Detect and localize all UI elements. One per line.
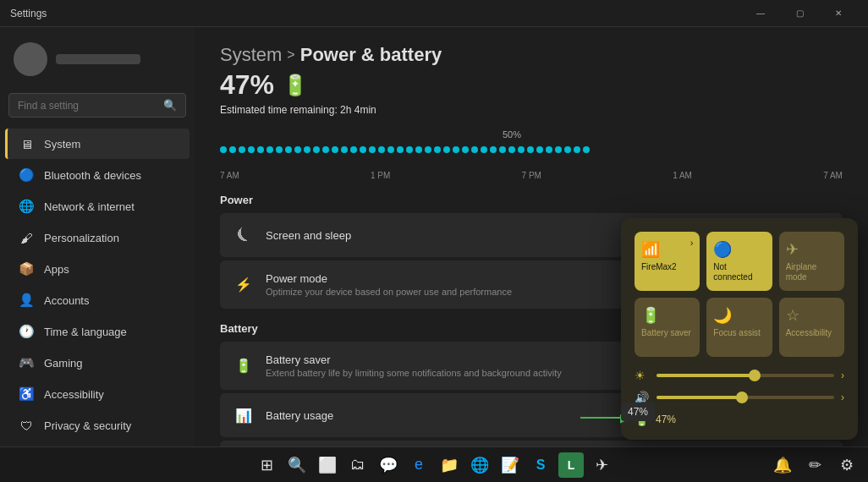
close-button[interactable]: ✕: [819, 0, 858, 27]
estimated-time: Estimated time remaining: 2h 4min: [220, 104, 843, 116]
nav-label-network: Network & internet: [44, 200, 135, 213]
nav-label-accounts: Accounts: [44, 294, 89, 307]
file-explorer[interactable]: 📁: [437, 452, 462, 478]
chart-dot: [453, 146, 459, 153]
chart-dot: [462, 146, 469, 153]
settings-item-icon-battery-saver: 🔋: [233, 356, 254, 376]
nav-icon-accounts: 👤: [19, 293, 34, 308]
sidebar-item-accounts[interactable]: 👤 Accounts: [5, 285, 190, 315]
nav-label-bluetooth: Bluetooth & devices: [44, 169, 141, 182]
qs-tile-label-focus: Focus assist: [713, 328, 761, 338]
chart-dot: [499, 146, 506, 153]
nav-icon-network: 🌐: [19, 199, 34, 214]
sidebar-item-accessibility[interactable]: ♿ Accessibility: [5, 379, 190, 409]
qs-slider-fill-brightness: [656, 374, 755, 377]
sidebar-item-apps[interactable]: 📦 Apps: [5, 254, 190, 284]
qs-arrow-wifi: ›: [690, 238, 693, 248]
search-input[interactable]: [18, 100, 157, 112]
chart-time-label: 1 PM: [371, 171, 390, 180]
qs-tile-airplane[interactable]: ✈ Airplane mode: [779, 232, 844, 291]
nav-label-privacy: Privacy & security: [44, 419, 131, 432]
chart-dot: [490, 146, 497, 153]
titlebar-title: Settings: [10, 8, 47, 19]
chart-dot: [304, 146, 310, 153]
sidebar-item-network[interactable]: 🌐 Network & internet: [5, 191, 190, 222]
qs-tile-bluetooth[interactable]: 🔵 Not connected: [706, 232, 772, 291]
start-button[interactable]: ⊞: [254, 452, 279, 478]
estimated-label: Estimated time remaining:: [220, 104, 338, 116]
edge[interactable]: e: [406, 452, 431, 478]
minimize-button[interactable]: —: [741, 0, 780, 27]
maximize-button[interactable]: ▢: [780, 0, 819, 27]
qs-tile-battery-saver[interactable]: 🔋 Battery saver: [635, 298, 700, 357]
qs-tile-focus[interactable]: 🌙 Focus assist: [706, 298, 772, 357]
chart-dot: [508, 146, 515, 153]
chart-dot: [536, 146, 543, 153]
chart-dot: [266, 146, 273, 153]
qs-tile-label-bluetooth: Not connected: [713, 262, 765, 282]
qs-tile-icon-focus: 🌙: [713, 306, 732, 325]
chart-dot: [583, 146, 590, 153]
breadcrumb-sep: >: [287, 47, 294, 63]
sidebar-item-bluetooth[interactable]: 🔵 Bluetooth & devices: [5, 160, 190, 190]
qs-slider-arrow-volume: ›: [841, 392, 844, 403]
qs-slider-arrow-brightness: ›: [841, 370, 844, 381]
qs-tile-icon-airplane: ✈: [786, 240, 799, 259]
chart-dot: [248, 146, 255, 153]
gear-icon[interactable]: ⚙: [834, 452, 860, 478]
breadcrumb-parent: System: [220, 44, 282, 66]
nav-icon-privacy: 🛡: [19, 418, 34, 433]
browser[interactable]: 🌐: [467, 452, 492, 478]
chart-dot: [332, 146, 338, 153]
taskbar-right: 🔔 ✏ ⚙: [770, 452, 860, 478]
skype[interactable]: S: [528, 452, 553, 478]
qs-slider-brightness[interactable]: [656, 374, 834, 377]
sidebar-item-privacy[interactable]: 🛡 Privacy & security: [5, 410, 190, 441]
estimated-value: 2h 4min: [340, 104, 376, 116]
taskbar: ⊞ 🔍 ⬜ 🗂 💬 e 📁 🌐 📝 S L ✈ 🔔 ✏ ⚙: [0, 446, 868, 482]
chart-time-label: 1 AM: [673, 171, 692, 180]
sidebar-item-personalization[interactable]: 🖌 Personalization: [5, 222, 190, 253]
chart-dot: [443, 146, 450, 153]
battery-status-row: 🔋 47%: [635, 413, 844, 426]
qs-tile-label-airplane: Airplane mode: [786, 262, 838, 282]
qs-slider-thumb-volume[interactable]: [736, 392, 748, 403]
qs-tile-label-accessibility: Accessibility: [786, 328, 832, 338]
chart-dot: [387, 146, 394, 153]
nav-icon-bluetooth: 🔵: [19, 167, 34, 183]
settings-item-title: Battery saver: [266, 353, 562, 366]
chart-dot: [341, 146, 348, 153]
quick-settings-sliders: ☀ › 🔊 ›: [635, 369, 844, 404]
sidebar-item-system[interactable]: 🖥 System: [5, 129, 190, 159]
app-l[interactable]: L: [558, 452, 584, 478]
search-taskbar[interactable]: 🔍: [284, 452, 310, 478]
sidebar-item-time[interactable]: 🕐 Time & language: [5, 316, 190, 347]
nav-icon-time: 🕐: [19, 324, 34, 339]
window-controls: — ▢ ✕: [741, 0, 858, 27]
nav-label-system: System: [44, 138, 80, 151]
teams[interactable]: 💬: [376, 452, 401, 478]
battery-icon: 🔋: [283, 74, 308, 97]
chart-dot: [397, 146, 404, 153]
qs-slider-volume[interactable]: [656, 396, 834, 399]
section-header-power: Power: [220, 194, 843, 206]
battery-chart: 50% 7 AM1 PM7 PM1 AM7 AM: [220, 129, 843, 180]
settings-item-left: 🔋 Battery saver Extend battery life by l…: [233, 353, 562, 378]
chart-dot: [239, 146, 245, 153]
search-box[interactable]: 🔍: [8, 93, 186, 118]
task-view[interactable]: ⬜: [315, 452, 340, 478]
nav-items: 🖥 System 🔵 Bluetooth & devices 🌐 Network…: [0, 128, 195, 473]
notification-icon[interactable]: 🔔: [770, 452, 795, 478]
qs-tile-accessibility[interactable]: ☆ Accessibility: [779, 298, 844, 357]
app-plane[interactable]: ✈: [589, 452, 614, 478]
widgets[interactable]: 🗂: [345, 452, 371, 478]
chart-dot: [369, 146, 376, 153]
sidebar-item-gaming[interactable]: 🎮 Gaming: [5, 348, 190, 378]
qs-battery-pct: 47%: [656, 414, 676, 425]
pencil-icon[interactable]: ✏: [802, 452, 827, 478]
chart-dot: [574, 146, 580, 153]
qs-slider-thumb-brightness[interactable]: [749, 370, 761, 381]
qs-tile-wifi[interactable]: 📶 › FireMax2: [635, 232, 700, 291]
word[interactable]: 📝: [497, 452, 523, 478]
settings-item-icon-battery-usage: 📊: [233, 405, 254, 425]
